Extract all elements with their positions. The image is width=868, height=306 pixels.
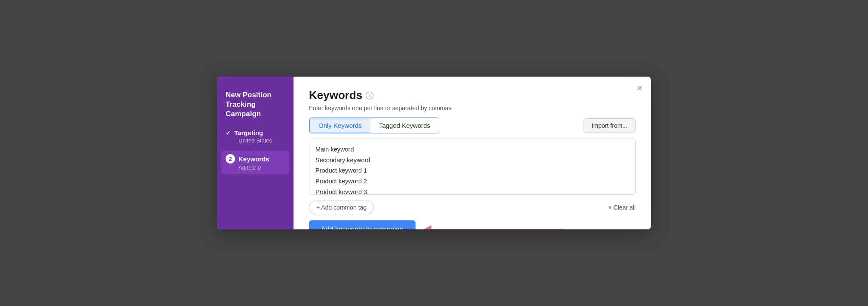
check-icon: ✓ <box>226 130 231 136</box>
clear-all-button[interactable]: × Clear all <box>608 204 636 211</box>
clear-all-label: Clear all <box>614 204 636 211</box>
action-row: Add keywords to campaign <box>309 220 636 229</box>
keywords-input[interactable]: Main keyword Secondary keyword Product k… <box>309 139 636 195</box>
main-content: × Keywords i Enter keywords one per line… <box>293 77 651 229</box>
import-button[interactable]: Import from... <box>584 118 636 133</box>
arrow-line <box>424 229 562 230</box>
section-title: Keywords i <box>309 89 636 102</box>
arrow-indicator <box>424 229 562 230</box>
keyword-tabs: Only Keywords Tagged Keywords <box>309 117 439 133</box>
title-text: Keywords <box>309 89 362 102</box>
targeting-sublabel: United States <box>226 137 285 144</box>
tabs-row: Only Keywords Tagged Keywords Import fro… <box>309 117 636 133</box>
sidebar-item-targeting[interactable]: ✓ Targeting United States <box>226 129 285 144</box>
add-tag-button[interactable]: + Add common tag <box>309 201 374 214</box>
step-number: 2 <box>226 154 235 164</box>
campaign-title: New Position Tracking Campaign <box>226 90 285 119</box>
arrow-head <box>424 225 431 229</box>
info-icon[interactable]: i <box>366 92 373 99</box>
keywords-label: Keywords <box>238 155 269 163</box>
clear-icon: × <box>608 204 611 211</box>
close-button[interactable]: × <box>637 83 642 93</box>
subtitle-text: Enter keywords one per line or separated… <box>309 105 636 111</box>
tab-tagged-keywords[interactable]: Tagged Keywords <box>370 118 439 133</box>
keywords-sublabel: Added: 0 <box>226 164 285 171</box>
targeting-label: Targeting <box>234 129 263 136</box>
tab-only-keywords[interactable]: Only Keywords <box>309 117 371 133</box>
sidebar-item-keywords[interactable]: 2 Keywords Added: 0 <box>221 151 289 174</box>
sidebar: New Position Tracking Campaign ✓ Targeti… <box>217 77 293 229</box>
bottom-row: + Add common tag × Clear all <box>309 201 636 214</box>
modal-dialog: New Position Tracking Campaign ✓ Targeti… <box>217 77 651 229</box>
add-keywords-button[interactable]: Add keywords to campaign <box>309 220 416 229</box>
